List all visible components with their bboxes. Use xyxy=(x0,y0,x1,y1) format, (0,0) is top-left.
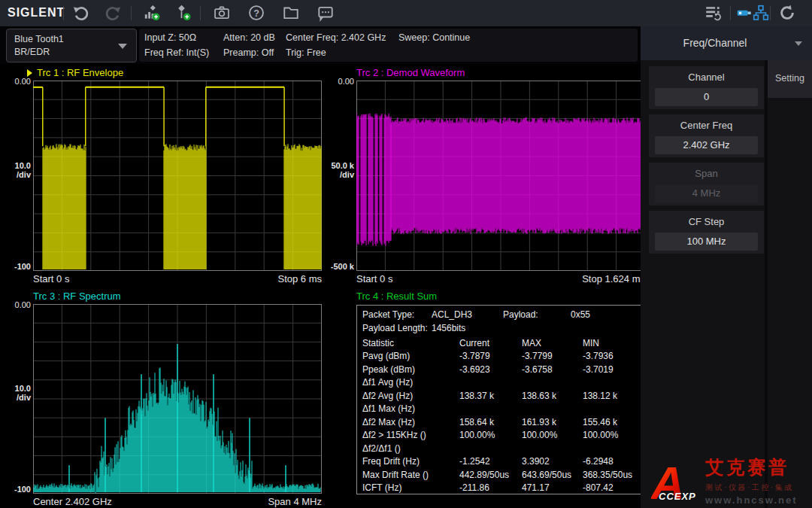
trc2-y-div: 50.0 k xyxy=(322,161,354,170)
result-cell: Δf2 > 115KHz () xyxy=(362,430,426,440)
camera-icon[interactable] xyxy=(212,3,232,23)
result-cell: MIN xyxy=(583,338,599,348)
result-row: Δf2 Avg (Hz)138.37 k138.63 k138.12 k xyxy=(357,391,644,403)
chevron-down-icon xyxy=(795,41,802,46)
result-cell: Δf2 Max (Hz) xyxy=(362,417,415,427)
payload-length-label: Payload Length: xyxy=(362,323,428,333)
result-cell: 155.46 k xyxy=(583,417,617,427)
lan-icon[interactable] xyxy=(751,3,771,23)
result-row: ICFT (Hz)-211.86471.17-807.42 xyxy=(357,482,644,495)
menu-item-cf-step[interactable]: CF Step 100 MHz xyxy=(649,211,764,254)
result-cell: Pavg (dBm) xyxy=(362,351,410,361)
trc1-title: Trc 1 : RF Envelope xyxy=(37,67,123,78)
trc1-y-top: 0.00 xyxy=(0,77,31,86)
result-cell: 138.12 k xyxy=(583,391,617,401)
status-sweep: Sweep: Continue xyxy=(398,32,470,43)
channel-label: Channel xyxy=(649,71,764,83)
help-icon[interactable]: ? xyxy=(247,3,266,23)
trc4-header: Trc 4 : Result Sum xyxy=(356,291,437,302)
status-summary: Input Z: 50Ω Freq Ref: Int(S) Atten: 20 … xyxy=(139,29,638,62)
trc1-header: Trc 1 : RF Envelope xyxy=(27,67,123,78)
function-menu-header[interactable]: Freq/Channel xyxy=(641,26,812,60)
accexp-watermark: A CCEXP 艾克赛普 测试·仪器·工控·集成 www.hncsw.net xyxy=(651,451,810,506)
cf-step-value: 100 MHz xyxy=(655,233,758,251)
result-row: Freq Drift (Hz)-1.25423.3902-6.2948 xyxy=(357,456,644,469)
result-cell: -3.7799 xyxy=(522,351,553,361)
toolbar-separator xyxy=(63,6,64,20)
message-icon[interactable] xyxy=(316,3,335,23)
setting-tab-label: Setting xyxy=(768,73,812,84)
toolbar-separator xyxy=(200,6,201,20)
result-cell: MAX xyxy=(522,338,541,348)
accexp-url: www.hncsw.net xyxy=(705,494,810,506)
result-cell: 3.3902 xyxy=(522,456,550,467)
result-cell: Freq Drift (Hz) xyxy=(362,456,420,467)
menu-item-channel[interactable]: Channel 0 xyxy=(649,66,764,109)
trc1-y-div: 10.0 xyxy=(0,161,31,170)
result-cell: 161.93 k xyxy=(522,417,556,427)
undo-icon[interactable] xyxy=(71,3,90,23)
result-row: Δf2/Δf1 () xyxy=(357,443,644,456)
status-bar: Blue Tooth1 BR/EDR Input Z: 50Ω Freq Ref… xyxy=(0,26,648,64)
result-cell: Current xyxy=(459,338,489,348)
result-cell: -3.6758 xyxy=(522,364,553,375)
result-row: Δf1 Avg (Hz) xyxy=(357,377,644,390)
result-cell: -3.7936 xyxy=(583,351,614,361)
folder-icon[interactable] xyxy=(281,3,301,23)
trc2-x-left: Start 0 s xyxy=(356,273,392,284)
redo-icon[interactable] xyxy=(104,3,123,23)
result-row: Δf1 Max (Hz) xyxy=(357,403,644,416)
trc4-title: Trc 4 : Result Sum xyxy=(356,291,437,302)
trc3-x-left: Center 2.402 GHz xyxy=(33,496,112,507)
system-menu-icon[interactable] xyxy=(704,3,723,23)
mode-selector[interactable]: Blue Tooth1 BR/EDR xyxy=(6,29,137,62)
cf-step-label: CF Step xyxy=(649,216,764,227)
rf-spectrum-plot[interactable] xyxy=(33,304,322,497)
menu-item-center-freq[interactable]: Center Freq 2.402 GHz xyxy=(649,114,764,157)
result-cell: -3.7879 xyxy=(459,351,490,361)
result-cell: 368.35/50us xyxy=(583,470,632,480)
result-cell: Δf2 Avg (Hz) xyxy=(362,391,413,401)
accexp-tagline: 测试·仪器·工控·集成 xyxy=(705,482,810,493)
result-cell: Statistic xyxy=(362,338,394,348)
result-cell: -1.2542 xyxy=(459,456,490,467)
result-cell: ICFT (Hz) xyxy=(362,482,401,493)
app-window: SIGLENT ? xyxy=(0,0,812,508)
trc3-y-top: 0.00 xyxy=(0,300,31,309)
trc3-y-div: 10.0 xyxy=(0,384,31,393)
trc1-x-left: Start 0 s xyxy=(33,273,69,284)
marker-add-icon[interactable] xyxy=(173,3,192,23)
preset-icon[interactable] xyxy=(777,3,797,23)
result-cell: Max Drift Rate () xyxy=(362,470,429,480)
result-cell: 138.37 k xyxy=(459,391,494,401)
mode-name: Blue Tooth1 xyxy=(14,34,64,44)
payload-value: 0x55 xyxy=(571,309,590,320)
toolbar: SIGLENT ? xyxy=(0,0,812,26)
siglent-logo: SIGLENT xyxy=(8,6,65,20)
peak-table-add-icon[interactable] xyxy=(141,3,161,23)
result-cell: 471.17 xyxy=(522,482,550,493)
result-row: Max Drift Rate ()442.89/50us643.69/50us3… xyxy=(357,470,644,482)
function-menu-title: Freq/Channel xyxy=(641,37,789,49)
result-row: Δf2 Max (Hz)158.64 k161.93 k155.46 k xyxy=(357,417,644,430)
mode-submode: BR/EDR xyxy=(14,47,50,57)
result-cell: Δf1 Avg (Hz) xyxy=(362,377,413,388)
result-row: Pavg (dBm)-3.7879-3.7799-3.7936 xyxy=(357,351,644,364)
trc3-y-div-unit: /div xyxy=(0,393,31,402)
demod-waveform-plot[interactable] xyxy=(356,81,645,274)
result-cell: -807.42 xyxy=(583,482,614,493)
trc3-x-right: Span 4 MHz xyxy=(183,496,322,507)
rf-envelope-plot[interactable] xyxy=(33,81,322,274)
center-freq-value: 2.402 GHz xyxy=(655,136,758,154)
trc3-y-bottom: -100 xyxy=(0,485,31,494)
result-cell: Δf2/Δf1 () xyxy=(362,443,401,454)
result-cell: -3.6923 xyxy=(459,364,490,375)
result-cell: 100.00% xyxy=(522,430,557,440)
trc2-x-right: Stop 1.624 ms xyxy=(507,273,645,284)
channel-value: 0 xyxy=(655,88,758,106)
status-atten: Atten: 20 dB xyxy=(223,32,275,43)
tab-setting[interactable]: Setting xyxy=(768,60,812,98)
toolbar-separator xyxy=(770,6,771,20)
trc2-y-div-unit: /div xyxy=(322,170,354,179)
span-value: 4 MHz xyxy=(655,184,758,202)
